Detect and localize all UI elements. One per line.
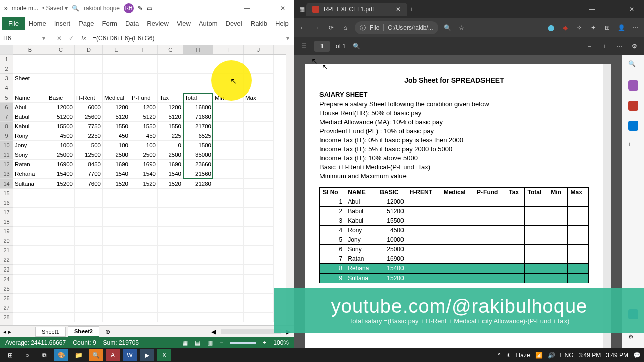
cell[interactable]: [75, 227, 103, 236]
view-layout-icon[interactable]: ▤: [195, 339, 200, 346]
sheet-tab-1[interactable]: Sheet1: [35, 327, 66, 337]
cell[interactable]: 16900: [47, 160, 75, 169]
cell[interactable]: [158, 246, 183, 255]
cell[interactable]: 1200: [103, 103, 130, 112]
cell[interactable]: 1200: [158, 103, 183, 112]
cell[interactable]: [130, 208, 158, 217]
cell[interactable]: [183, 265, 213, 275]
col-header-B[interactable]: B: [13, 45, 47, 54]
side-settings-icon[interactable]: ⚙: [628, 333, 638, 343]
cell[interactable]: [244, 179, 274, 189]
cell[interactable]: [213, 275, 244, 284]
cell[interactable]: [130, 55, 158, 64]
cell[interactable]: 225: [158, 131, 183, 141]
cell[interactable]: [158, 64, 183, 74]
cell[interactable]: [47, 246, 75, 255]
view-normal-icon[interactable]: ▦: [182, 339, 188, 346]
cell[interactable]: 12500: [75, 150, 103, 160]
cell[interactable]: [158, 313, 183, 322]
sheet-nav-prev[interactable]: ▸: [8, 328, 11, 335]
cell[interactable]: [13, 246, 47, 255]
cell[interactable]: [75, 198, 103, 208]
cell[interactable]: [75, 83, 103, 93]
cell[interactable]: [75, 255, 103, 265]
cell[interactable]: [158, 284, 183, 294]
cell[interactable]: [130, 284, 158, 294]
pen-icon[interactable]: ✎: [138, 5, 143, 12]
cell[interactable]: 1550: [130, 122, 158, 131]
cell[interactable]: [213, 83, 244, 93]
cell[interactable]: [13, 198, 47, 208]
cell[interactable]: [47, 208, 75, 217]
cell[interactable]: 450: [130, 131, 158, 141]
cell-grid[interactable]: SheetNameBasicH-RentMedicalP-FundTaxTota…: [13, 55, 286, 322]
side-app1-icon[interactable]: [628, 101, 638, 111]
cell[interactable]: [75, 294, 103, 303]
cell[interactable]: 7700: [75, 169, 103, 179]
cell[interactable]: [158, 217, 183, 227]
row-header[interactable]: 19: [0, 227, 13, 236]
cell[interactable]: [244, 313, 274, 322]
cell[interactable]: 1200: [130, 103, 158, 112]
cell[interactable]: [213, 55, 244, 64]
tab-developer[interactable]: Devel: [222, 17, 247, 30]
cell[interactable]: [244, 55, 274, 64]
row-header[interactable]: 24: [0, 275, 13, 284]
cell[interactable]: [130, 303, 158, 313]
cell[interactable]: [47, 83, 75, 93]
cell[interactable]: [183, 236, 213, 246]
row-header[interactable]: 6: [0, 103, 13, 112]
cell[interactable]: 6525: [183, 131, 213, 141]
cell[interactable]: [13, 83, 47, 93]
tray-net-icon[interactable]: 📶: [535, 352, 543, 359]
cell[interactable]: [103, 236, 130, 246]
row-header[interactable]: 11: [0, 150, 13, 160]
cell[interactable]: [183, 227, 213, 236]
cell[interactable]: [183, 189, 213, 198]
address-bar[interactable]: ⓘ File C:/Users/rakib/...: [355, 21, 438, 34]
row-header[interactable]: 7: [0, 112, 13, 122]
cell[interactable]: [103, 275, 130, 284]
home-icon[interactable]: ⌂: [341, 23, 350, 32]
settings-pdf-icon[interactable]: ⚙: [630, 42, 639, 51]
zoom-slider[interactable]: [230, 342, 256, 344]
cell[interactable]: [213, 208, 244, 217]
row-header[interactable]: 14: [0, 179, 13, 189]
cell[interactable]: [13, 294, 47, 303]
extensions-icon[interactable]: ✧: [575, 23, 584, 32]
cell[interactable]: [244, 265, 274, 275]
col-header-C[interactable]: C: [47, 45, 75, 54]
col-header-J[interactable]: J: [244, 45, 274, 54]
enter-formula-icon[interactable]: ✓: [65, 35, 77, 42]
cell[interactable]: [158, 55, 183, 64]
col-header-F[interactable]: F: [130, 45, 158, 54]
cell[interactable]: 12000: [47, 103, 75, 112]
cell[interactable]: [244, 236, 274, 246]
row-header[interactable]: 10: [0, 141, 13, 150]
more-pdf-icon[interactable]: ⋯: [615, 42, 624, 51]
cell[interactable]: [75, 74, 103, 83]
cell[interactable]: 100: [130, 141, 158, 150]
cell[interactable]: Sultana: [13, 179, 47, 189]
cancel-formula-icon[interactable]: ✕: [53, 35, 65, 42]
cell[interactable]: [183, 303, 213, 313]
row-header[interactable]: 4: [0, 83, 13, 93]
saved-indicator[interactable]: • Saved ▾: [42, 5, 68, 12]
cell[interactable]: 7750: [75, 122, 103, 131]
cell[interactable]: 100: [103, 141, 130, 150]
cell[interactable]: P-Fund: [130, 93, 158, 103]
cell[interactable]: [158, 294, 183, 303]
cell[interactable]: [47, 284, 75, 294]
row-header[interactable]: 2: [0, 64, 13, 74]
tray-vol-icon[interactable]: 🔊: [548, 352, 555, 359]
row-header[interactable]: 3: [0, 74, 13, 83]
cell[interactable]: [213, 169, 244, 179]
cell[interactable]: [13, 217, 47, 227]
cell[interactable]: 5120: [158, 112, 183, 122]
row-header[interactable]: 27: [0, 303, 13, 313]
edge-close[interactable]: ✕: [623, 3, 641, 15]
cell[interactable]: Jony: [13, 141, 47, 150]
cell[interactable]: [47, 74, 75, 83]
cell[interactable]: [47, 294, 75, 303]
cell[interactable]: 15400: [47, 169, 75, 179]
